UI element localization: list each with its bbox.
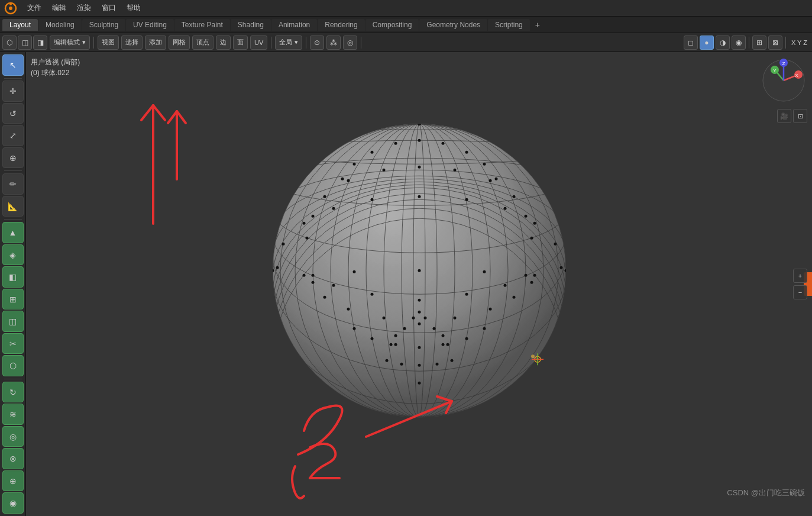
tool-loop-cut[interactable]: ⊞ (2, 289, 24, 310)
tool-extrude[interactable]: ▲ (2, 222, 24, 243)
svg-line-114 (168, 111, 177, 123)
svg-point-102 (394, 334, 397, 337)
svg-point-45 (347, 179, 350, 182)
select-mode-vertex[interactable]: ⬡ (2, 36, 17, 50)
mode-dropdown[interactable]: 编辑模式 ▾ (50, 36, 90, 50)
svg-point-78 (530, 281, 533, 284)
vertex-menu[interactable]: 顶点 (192, 36, 213, 50)
svg-point-98 (412, 317, 415, 320)
svg-point-89 (352, 327, 355, 330)
snap-toggle[interactable]: ⁂ (326, 36, 341, 50)
tab-shading[interactable]: Shading (231, 19, 271, 31)
svg-point-31 (465, 151, 468, 154)
xray-toggle[interactable]: ⊠ (768, 36, 782, 50)
viewport-shading-wire[interactable]: ◻ (684, 36, 698, 50)
select-mode-face[interactable]: ◨ (33, 36, 47, 50)
tool-push-pull[interactable]: ⊕ (2, 470, 24, 492)
tab-animation[interactable]: Animation (271, 19, 317, 31)
menu-edit[interactable]: 编辑 (47, 2, 71, 14)
transform-pivot[interactable]: ⊙ (310, 36, 324, 50)
face-menu[interactable]: 面 (233, 36, 248, 50)
select-mode-edge[interactable]: ◫ (18, 36, 32, 50)
tab-texture-paint[interactable]: Texture Paint (174, 19, 230, 31)
tab-compositing[interactable]: Compositing (365, 19, 419, 31)
tool-annotate[interactable]: ✏ (2, 173, 24, 195)
tool-scale[interactable]: ⤢ (2, 125, 24, 146)
tab-sculpting[interactable]: Sculpting (82, 19, 125, 31)
svg-point-1 (9, 7, 12, 10)
tool-knife[interactable]: ✂ (2, 333, 24, 354)
tab-rendering[interactable]: Rendering (318, 19, 364, 31)
svg-point-91 (435, 363, 438, 366)
menu-window[interactable]: 窗口 (97, 2, 121, 14)
tab-scripting[interactable]: Scripting (488, 19, 530, 31)
top-menu-bar: 文件 编辑 渲染 窗口 帮助 (0, 0, 812, 17)
edge-menu[interactable]: 边 (216, 36, 231, 50)
svg-point-51 (503, 207, 506, 210)
svg-point-70 (533, 274, 536, 277)
tool-measure[interactable]: 📐 (2, 196, 24, 217)
tool-rotate[interactable]: ↺ (2, 103, 24, 124)
watermark: CSDN @出门吃三碗饭 (727, 488, 805, 498)
tool-move[interactable]: ✛ (2, 80, 24, 102)
svg-point-37 (341, 178, 344, 180)
svg-point-86 (483, 327, 486, 330)
svg-point-77 (512, 296, 515, 299)
tab-geometry-nodes[interactable]: Geometry Nodes (419, 19, 487, 31)
menu-help[interactable]: 帮助 (122, 2, 145, 14)
menu-file[interactable]: 文件 (22, 2, 46, 14)
svg-point-74 (418, 322, 420, 325)
zoom-camera[interactable]: 🎥 (777, 109, 791, 123)
svg-point-79 (382, 317, 385, 320)
tool-smooth[interactable]: ≋ (2, 404, 24, 425)
tab-uv-editing[interactable]: UV Editing (126, 19, 174, 31)
tool-transform[interactable]: ⊕ (2, 147, 24, 169)
tool-shrink[interactable]: ⊗ (2, 448, 24, 469)
svg-line-112 (153, 105, 165, 120)
svg-point-53 (554, 243, 557, 246)
zoom-out[interactable]: − (793, 285, 807, 299)
svg-point-82 (311, 281, 314, 284)
svg-point-42 (524, 215, 527, 218)
viewport-shading-solid[interactable]: ● (700, 36, 714, 50)
separator-4 (361, 37, 361, 49)
tool-select[interactable]: ↖ (2, 54, 24, 76)
select-menu[interactable]: 选择 (121, 36, 143, 50)
separator-6 (785, 37, 786, 49)
viewport-shading-render[interactable]: ◉ (732, 36, 746, 50)
svg-point-32 (483, 163, 486, 166)
tool-poly-build[interactable]: ⬡ (2, 355, 24, 376)
svg-point-36 (352, 163, 355, 166)
svg-point-88 (370, 337, 373, 340)
add-workspace-button[interactable]: + (530, 18, 545, 31)
view-menu[interactable]: 视图 (98, 36, 119, 50)
tab-modeling[interactable]: Modeling (38, 19, 82, 31)
svg-point-58 (282, 243, 284, 246)
tool-spin[interactable]: ↻ (2, 382, 24, 403)
tab-layout[interactable]: Layout (2, 19, 38, 31)
uv-menu[interactable]: UV (250, 36, 267, 50)
svg-point-48 (305, 237, 308, 240)
tool-sphere[interactable]: ◉ (2, 492, 24, 514)
add-menu[interactable]: 添加 (145, 36, 166, 50)
tool-offset-edge[interactable]: ◫ (2, 311, 24, 332)
tool-inset[interactable]: ◈ (2, 244, 24, 266)
perspective-toggle[interactable]: ⊡ (793, 109, 807, 123)
svg-point-41 (512, 195, 515, 198)
svg-point-49 (418, 195, 420, 198)
tool-edge-crease[interactable]: ◎ (2, 426, 24, 447)
viewport-shading-material[interactable]: ◑ (716, 36, 730, 50)
mesh-menu[interactable]: 网格 (169, 36, 190, 50)
overlay-toggle[interactable]: ⊞ (752, 36, 766, 50)
viewport-3d[interactable]: 用户透视 (局部) (0) 球体.022 (26, 52, 812, 516)
tool-bevel[interactable]: ◧ (2, 266, 24, 288)
zoom-in[interactable]: + (793, 269, 807, 283)
viewport-info: 用户透视 (局部) (0) 球体.022 (31, 57, 80, 78)
proportional-edit[interactable]: ◎ (343, 36, 357, 50)
svg-point-81 (323, 296, 326, 299)
toolbar-row: ⬡ ◫ ◨ 编辑模式 ▾ 视图 选择 添加 网格 顶点 边 面 UV 全局 ▾ … (0, 33, 812, 52)
menu-render[interactable]: 渲染 (72, 2, 96, 14)
global-dropdown[interactable]: 全局 ▾ (275, 36, 302, 50)
svg-point-87 (394, 343, 397, 346)
orientation-gizmo[interactable]: X Y Z (760, 57, 807, 104)
